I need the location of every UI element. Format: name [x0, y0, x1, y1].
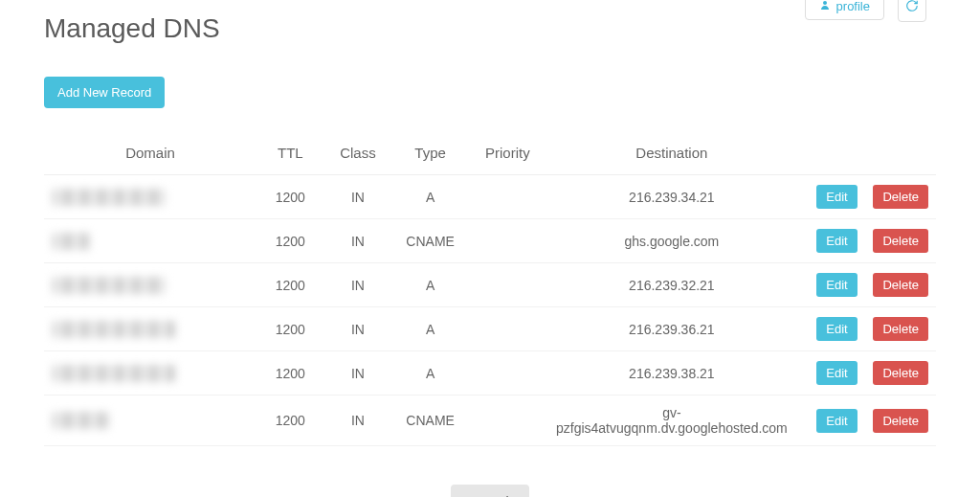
domain-obscured	[52, 321, 176, 338]
cell-type: A	[391, 307, 469, 351]
cell-domain	[44, 219, 256, 263]
domain-obscured	[52, 233, 90, 250]
cell-priority	[469, 175, 546, 219]
delete-button[interactable]: Delete	[873, 409, 928, 433]
cell-class: IN	[324, 175, 392, 219]
cell-destination: gv-pzfgis4atvugqnm.dv.googlehosted.com	[546, 395, 797, 446]
cell-domain	[44, 351, 256, 395]
edit-button[interactable]: Edit	[816, 229, 857, 253]
cell-ttl: 1200	[256, 263, 324, 307]
cell-type: A	[391, 263, 469, 307]
cell-class: IN	[324, 395, 392, 446]
table-row: 1200INA216.239.32.21EditDelete	[44, 263, 936, 307]
profile-label: profile	[836, 0, 870, 13]
domain-obscured	[52, 189, 167, 206]
cell-destination: 216.239.34.21	[546, 175, 797, 219]
domain-obscured	[52, 277, 167, 294]
cell-destination: ghs.google.com	[546, 219, 797, 263]
cell-class: IN	[324, 307, 392, 351]
edit-button[interactable]: Edit	[816, 185, 857, 209]
delete-button[interactable]: Delete	[873, 361, 928, 385]
cell-class: IN	[324, 351, 392, 395]
cell-priority	[469, 351, 546, 395]
profile-button[interactable]: profile	[805, 0, 884, 20]
table-row: 1200INCNAMEghs.google.comEditDelete	[44, 219, 936, 263]
table-row: 1200INCNAMEgv-pzfgis4atvugqnm.dv.googleh…	[44, 395, 936, 446]
cell-domain	[44, 307, 256, 351]
col-priority: Priority	[469, 135, 546, 175]
col-domain: Domain	[44, 135, 256, 175]
col-class: Class	[324, 135, 392, 175]
cell-domain	[44, 263, 256, 307]
col-ttl: TTL	[256, 135, 324, 175]
cell-domain	[44, 395, 256, 446]
refresh-icon	[905, 0, 919, 15]
cell-ttl: 1200	[256, 351, 324, 395]
cell-priority	[469, 307, 546, 351]
svg-point-0	[823, 1, 827, 5]
cell-ttl: 1200	[256, 219, 324, 263]
cell-ttl: 1200	[256, 307, 324, 351]
cell-ttl: 1200	[256, 395, 324, 446]
table-row: 1200INA216.239.34.21EditDelete	[44, 175, 936, 219]
cell-type: A	[391, 351, 469, 395]
edit-button[interactable]: Edit	[816, 409, 857, 433]
table-row: 1200INA216.239.36.21EditDelete	[44, 307, 936, 351]
table-row: 1200INA216.239.38.21EditDelete	[44, 351, 936, 395]
refresh-button[interactable]	[898, 0, 926, 22]
domain-obscured	[52, 412, 109, 429]
cell-destination: 216.239.36.21	[546, 307, 797, 351]
page-title: Managed DNS	[44, 13, 936, 44]
cell-destination: 216.239.32.21	[546, 263, 797, 307]
cell-class: IN	[324, 263, 392, 307]
cell-priority	[469, 219, 546, 263]
domain-obscured	[52, 365, 176, 382]
user-icon	[819, 0, 831, 13]
cell-type: CNAME	[391, 395, 469, 446]
edit-button[interactable]: Edit	[816, 273, 857, 297]
col-type: Type	[391, 135, 469, 175]
back-button[interactable]: « Back	[451, 485, 530, 497]
cell-domain	[44, 175, 256, 219]
dns-records-table: Domain TTL Class Type Priority Destinati…	[44, 135, 936, 446]
edit-button[interactable]: Edit	[816, 317, 857, 341]
add-new-record-button[interactable]: Add New Record	[44, 77, 165, 108]
cell-class: IN	[324, 219, 392, 263]
cell-priority	[469, 263, 546, 307]
edit-button[interactable]: Edit	[816, 361, 857, 385]
cell-ttl: 1200	[256, 175, 324, 219]
delete-button[interactable]: Delete	[873, 229, 928, 253]
delete-button[interactable]: Delete	[873, 317, 928, 341]
cell-type: A	[391, 175, 469, 219]
delete-button[interactable]: Delete	[873, 185, 928, 209]
col-destination: Destination	[546, 135, 797, 175]
delete-button[interactable]: Delete	[873, 273, 928, 297]
cell-priority	[469, 395, 546, 446]
cell-destination: 216.239.38.21	[546, 351, 797, 395]
cell-type: CNAME	[391, 219, 469, 263]
